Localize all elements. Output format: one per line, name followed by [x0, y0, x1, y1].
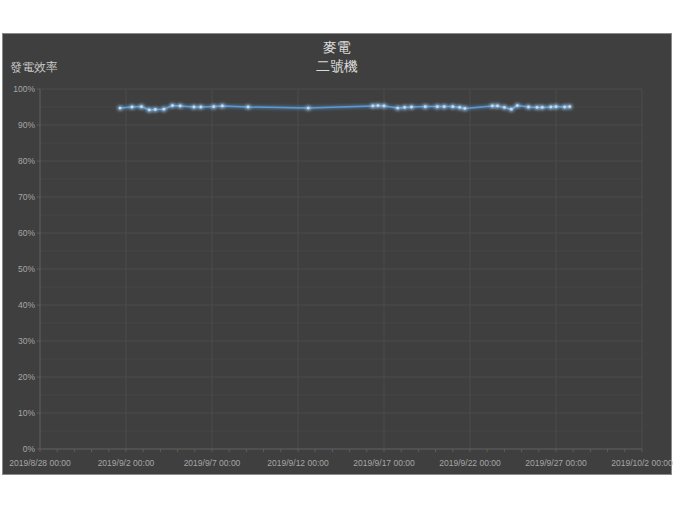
y-tick-label: 0% [23, 444, 35, 454]
y-tick-label: 50% [18, 264, 35, 274]
data-point-marker [162, 108, 165, 111]
plot-area [3, 34, 671, 474]
data-point-marker [458, 106, 461, 109]
data-point-marker [451, 105, 454, 108]
data-point-marker [516, 104, 519, 107]
data-point-marker [383, 105, 386, 108]
y-tick-label: 100% [13, 84, 35, 94]
x-tick-label: 2019/10/2 00:00 [597, 458, 680, 468]
data-point-marker [221, 105, 224, 108]
data-point-marker [527, 106, 530, 109]
data-point-marker [154, 108, 157, 111]
data-point-marker [491, 105, 494, 108]
data-point-marker [549, 106, 552, 109]
y-tick-label: 20% [18, 372, 35, 382]
y-tick-label: 80% [18, 156, 35, 166]
data-point-marker [410, 106, 413, 109]
data-point-marker [140, 105, 143, 108]
data-point-marker [193, 106, 196, 109]
data-point-marker [555, 105, 558, 108]
data-point-marker [496, 105, 499, 108]
x-tick-label: 2019/9/2 00:00 [81, 458, 171, 468]
data-point-marker [119, 107, 122, 110]
y-tick-label: 30% [18, 336, 35, 346]
data-point-marker [503, 106, 506, 109]
x-tick-label: 2019/8/28 00:00 [0, 458, 85, 468]
chart-area[interactable]: 麥電 二號機 發電效率 0%10%20%30%40%50%60%70%80%90… [2, 33, 672, 475]
y-tick-label: 10% [18, 408, 35, 418]
data-point-marker [568, 105, 571, 108]
data-point-marker [436, 105, 439, 108]
data-point-marker [171, 104, 174, 107]
data-point-marker [536, 106, 539, 109]
data-point-marker [396, 107, 399, 110]
x-tick-label: 2019/9/7 00:00 [167, 458, 257, 468]
x-tick-label: 2019/9/17 00:00 [339, 458, 429, 468]
y-tick-label: 70% [18, 192, 35, 202]
x-tick-label: 2019/9/12 00:00 [253, 458, 343, 468]
data-point-marker [377, 104, 380, 107]
data-point-marker [307, 107, 310, 110]
data-point-marker [247, 106, 250, 109]
x-tick-label: 2019/9/27 00:00 [511, 458, 601, 468]
y-tick-label: 60% [18, 228, 35, 238]
data-point-marker [212, 105, 215, 108]
data-point-marker [463, 107, 466, 110]
data-point-marker [510, 108, 513, 111]
y-tick-label: 40% [18, 300, 35, 310]
y-tick-label: 90% [18, 120, 35, 130]
data-point-marker [131, 106, 134, 109]
data-point-marker [148, 108, 151, 111]
data-point-marker [403, 106, 406, 109]
data-point-marker [563, 106, 566, 109]
x-tick-label: 2019/9/22 00:00 [425, 458, 515, 468]
data-point-marker [424, 105, 427, 108]
data-point-marker [443, 105, 446, 108]
data-point-marker [541, 106, 544, 109]
data-point-marker [371, 105, 374, 108]
data-point-marker [199, 106, 202, 109]
data-point-marker [179, 105, 182, 108]
